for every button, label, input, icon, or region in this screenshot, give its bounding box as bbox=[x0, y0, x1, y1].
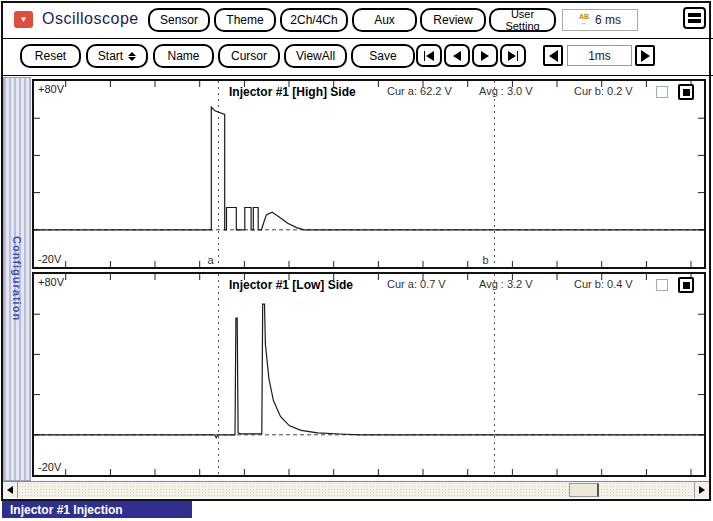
scope-channel-2-waveform[interactable] bbox=[34, 274, 704, 475]
sidebar-tab-configuration[interactable]: Configuration bbox=[3, 77, 31, 481]
channel-2-title: Injector #1 [Low] Side bbox=[229, 278, 353, 292]
scrollbar-thumb[interactable] bbox=[569, 483, 599, 497]
name-button[interactable]: Name bbox=[153, 44, 214, 68]
app-menu-icon[interactable]: ▼ bbox=[14, 11, 33, 28]
avg-readout: Avg : 3.2 V bbox=[479, 278, 533, 290]
step-back-button[interactable] bbox=[444, 44, 470, 67]
timebase-increase-button[interactable] bbox=[635, 45, 655, 66]
skip-to-end-button[interactable] bbox=[500, 44, 526, 67]
svg-text:b: b bbox=[483, 254, 489, 266]
right-arrow-icon bbox=[699, 486, 705, 494]
y-min-label: -20V bbox=[38, 253, 61, 265]
cursor-button[interactable]: Cursor bbox=[218, 44, 280, 68]
cursor-b-readout: Cur b: 0.4 V bbox=[574, 278, 633, 290]
sensor-button[interactable]: Sensor bbox=[148, 8, 210, 32]
app-window: ▼ Oscilloscope Sensor Theme 2Ch/4Ch Aux … bbox=[1, 1, 711, 501]
cursor-delta-value: 6 ms bbox=[595, 13, 621, 27]
cursor-b-readout: Cur b: 0.2 V bbox=[574, 85, 633, 97]
horizontal-scrollbar[interactable] bbox=[3, 481, 709, 498]
sidebar-tab-label: Configuration bbox=[11, 236, 23, 321]
channel-hide-checkbox[interactable] bbox=[656, 279, 668, 291]
skip-to-start-icon bbox=[424, 51, 425, 61]
ab-measure-icon: AB ↔ bbox=[579, 14, 589, 26]
step-forward-icon bbox=[481, 51, 489, 61]
oscilloscope-app: ▼ Oscilloscope Sensor Theme 2Ch/4Ch Aux … bbox=[0, 0, 713, 521]
start-button-label: Start bbox=[98, 49, 123, 63]
y-max-label: +80V bbox=[38, 276, 64, 288]
avg-readout: Avg : 3.0 V bbox=[479, 85, 533, 97]
user-setting-button[interactable]: User Setting bbox=[489, 8, 556, 32]
status-tab[interactable]: Injector #1 Injection bbox=[2, 501, 192, 518]
step-forward-button[interactable] bbox=[472, 44, 498, 67]
scope-channel-2-panel: +80V -20V Injector #1 [Low] Side Cur a: … bbox=[32, 272, 706, 477]
scope-channel-1-waveform[interactable]: ab bbox=[34, 81, 704, 267]
scroll-right-button[interactable] bbox=[694, 482, 709, 498]
reset-button[interactable]: Reset bbox=[20, 44, 81, 68]
step-back-icon bbox=[453, 51, 461, 61]
skip-to-end-icon bbox=[508, 51, 516, 61]
aux-button[interactable]: Aux bbox=[352, 8, 417, 32]
y-max-label: +80V bbox=[38, 83, 64, 95]
review-button[interactable]: Review bbox=[420, 8, 486, 32]
cursor-a-readout: Cur a: 62.2 V bbox=[387, 85, 452, 97]
scroll-left-button[interactable] bbox=[3, 482, 18, 498]
channel-show-checkbox[interactable] bbox=[678, 277, 694, 293]
timebase-value-field[interactable]: 1ms bbox=[567, 45, 632, 66]
y-min-label: -20V bbox=[38, 461, 61, 473]
channel-1-title: Injector #1 [High] Side bbox=[229, 85, 356, 99]
scope-channel-1-panel: ab +80V -20V Injector #1 [High] Side Cur… bbox=[32, 79, 706, 269]
start-button[interactable]: Start bbox=[86, 44, 148, 68]
channel-show-checkbox[interactable] bbox=[678, 84, 694, 100]
viewall-button[interactable]: ViewAll bbox=[284, 44, 347, 68]
right-arrow-icon bbox=[641, 50, 650, 62]
skip-to-start-button[interactable] bbox=[416, 44, 442, 67]
start-spinner-icon[interactable] bbox=[128, 52, 136, 61]
app-title: Oscilloscope bbox=[42, 10, 139, 28]
svg-text:a: a bbox=[207, 254, 214, 266]
list-menu-icon[interactable] bbox=[683, 7, 706, 29]
left-arrow-icon bbox=[7, 486, 13, 494]
cursor-delta-readout: AB ↔ 6 ms bbox=[562, 9, 638, 31]
save-button[interactable]: Save bbox=[351, 44, 415, 68]
theme-button[interactable]: Theme bbox=[214, 8, 276, 32]
toolbar-divider-2 bbox=[3, 75, 713, 76]
left-arrow-icon bbox=[549, 50, 558, 62]
channel-hide-checkbox[interactable] bbox=[656, 86, 668, 98]
toolbar-divider bbox=[3, 38, 713, 39]
timebase-decrease-button[interactable] bbox=[543, 45, 563, 66]
cursor-a-readout: Cur a: 0.7 V bbox=[387, 278, 446, 290]
channel-mode-button[interactable]: 2Ch/4Ch bbox=[280, 8, 348, 32]
